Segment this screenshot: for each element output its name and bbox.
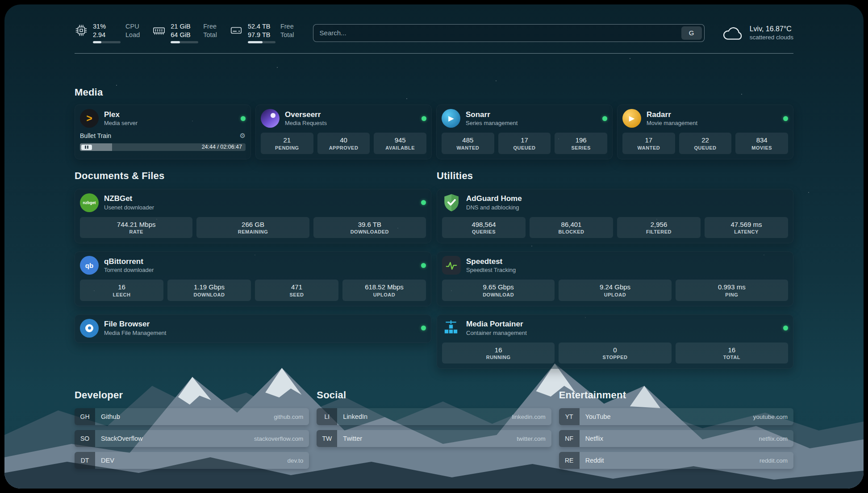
memory-total-label: Total (203, 31, 217, 39)
service-subtitle: Movie management (647, 120, 697, 127)
service-subtitle: Torrent downloader (104, 267, 154, 274)
section-title-media: Media (75, 87, 793, 98)
search-input[interactable] (320, 29, 681, 37)
bookmarks-entertainment: Entertainment YT YouTube youtube.com NF … (559, 389, 793, 469)
sonarr-icon: ▶ (442, 109, 460, 128)
bookmarks-developer: Developer GH Github github.com SO StackO… (75, 389, 309, 469)
bookmark-github[interactable]: GH Github github.com (75, 408, 309, 425)
bookmark-name: YouTube (585, 413, 611, 420)
plex-icon: > (80, 109, 99, 128)
service-name: Plex (104, 110, 138, 119)
adguard-icon (442, 193, 461, 212)
service-subtitle: Usenet downloader (104, 204, 154, 211)
stat-series: 196 SERIES (555, 133, 607, 154)
memory-icon (152, 24, 166, 37)
status-dot (421, 263, 426, 268)
bookmarks-social: Social LI LinkedIn linkedin.com TW Twitt… (317, 389, 551, 469)
cpu-widget: 31% 2.94 CPU Load (75, 22, 140, 43)
section-title-entertainment: Entertainment (559, 389, 793, 401)
playback-time: 24:44 / 02:06:47 (202, 143, 242, 151)
stat-leech: 16 LEECH (80, 280, 163, 301)
section-title-social: Social (317, 389, 551, 401)
bookmark-linkedin[interactable]: LI LinkedIn linkedin.com (317, 408, 551, 425)
bookmark-url: dev.to (288, 457, 304, 464)
cpu-label: CPU (125, 22, 140, 31)
bookmark-abbr: RE (559, 452, 580, 469)
top-bar: 31% 2.94 CPU Load (75, 4, 793, 43)
bookmark-abbr: LI (317, 408, 337, 425)
service-card-adguard[interactable]: AdGuard Home DNS and adblocking 498,564 … (437, 189, 793, 244)
service-card-radarr[interactable]: ▶ Radarr Movie management 17 WANTED 22 Q… (617, 104, 793, 159)
service-card-filebrowser[interactable]: File Browser Media File Management (75, 314, 431, 343)
service-card-portainer[interactable]: Media Portainer Container management 16 … (437, 314, 793, 369)
bookmark-youtube[interactable]: YT YouTube youtube.com (559, 408, 793, 425)
bookmark-dev[interactable]: DT DEV dev.to (75, 452, 309, 469)
cpu-bar-fill (93, 41, 101, 43)
utilities-column: Utilities (437, 170, 793, 369)
service-card-overseerr[interactable]: Overseerr Media Requests 21 PENDING 40 A… (255, 104, 432, 159)
bookmark-netflix[interactable]: NF Netflix netflix.com (559, 430, 793, 447)
search-box[interactable]: G (313, 24, 705, 42)
service-name: qBittorrent (104, 257, 154, 266)
memory-free-label: Free (203, 22, 217, 31)
bookmark-name: Twitter (343, 435, 362, 442)
service-subtitle: Media Requests (285, 120, 327, 127)
memory-total-value: 64 GiB (171, 31, 198, 39)
playback-progress-bar[interactable]: 24:44 / 02:06:47 (80, 143, 246, 151)
documents-column: Documents & Files nzbget NZBGet Usenet d… (75, 170, 431, 343)
status-dot (783, 326, 788, 330)
stat-upload: 9.24 Gbps UPLOAD (559, 280, 671, 301)
service-card-qbittorrent[interactable]: qb qBittorrent Torrent downloader 16 LEE… (75, 251, 431, 306)
qbittorrent-icon: qb (80, 256, 99, 275)
stat-running: 16 RUNNING (442, 343, 555, 364)
service-card-sonarr[interactable]: ▶ Sonarr Series management 485 WANTED 17… (436, 104, 613, 159)
bookmark-url: linkedin.com (512, 414, 546, 420)
disk-bar-fill (248, 41, 263, 43)
stat-pending: 21 PENDING (261, 133, 313, 154)
search-provider-button[interactable]: G (681, 26, 702, 40)
stat-ping: 0.993 ms PING (676, 280, 788, 301)
now-playing-title: Bullet Train (80, 132, 111, 139)
service-name: Speedtest (466, 257, 516, 266)
bookmark-name: Github (101, 413, 120, 420)
speedtest-icon (442, 256, 461, 275)
filebrowser-icon (80, 319, 99, 338)
memory-bar-fill (171, 41, 179, 43)
disk-widget: 52.4 TB 97.9 TB Free Total (230, 22, 294, 43)
cpu-bar (93, 41, 121, 43)
bookmark-abbr: YT (559, 408, 580, 425)
stat-wanted: 17 WANTED (622, 133, 675, 154)
bookmark-abbr: NF (559, 430, 580, 447)
stat-total: 16 TOTAL (676, 343, 788, 364)
bookmark-twitter[interactable]: TW Twitter twitter.com (317, 430, 551, 447)
cpu-percent: 31% (93, 22, 121, 31)
radarr-icon: ▶ (622, 109, 641, 128)
pause-button[interactable] (81, 145, 92, 150)
status-dot (602, 116, 607, 121)
service-card-speedtest[interactable]: Speedtest Speedtest Tracking 9.65 Gbps D… (437, 251, 793, 306)
bookmark-reddit[interactable]: RE Reddit reddit.com (559, 452, 793, 469)
service-subtitle: Container management (466, 330, 527, 337)
bookmark-name: Reddit (585, 457, 604, 464)
status-dot (421, 326, 426, 330)
stat-blocked: 86,401 BLOCKED (530, 217, 613, 238)
bookmark-name: Netflix (585, 435, 603, 442)
service-card-nzbget[interactable]: nzbget NZBGet Usenet downloader 744.21 M… (75, 189, 431, 244)
stat-available: 945 AVAILABLE (374, 133, 426, 154)
bookmark-abbr: SO (75, 430, 95, 447)
section-title-utilities: Utilities (437, 170, 793, 182)
stat-rate: 744.21 Mbps RATE (80, 217, 192, 238)
stat-remaining: 266 GB REMAINING (196, 217, 309, 238)
service-card-plex[interactable]: > Plex Media server Bullet Train ⚙ 24:44… (75, 104, 251, 159)
stat-filtered: 2,956 FILTERED (617, 217, 701, 238)
bookmark-url: netflix.com (759, 435, 788, 442)
service-name: Sonarr (466, 110, 517, 119)
bookmark-stackoverflow[interactable]: SO StackOverflow stackoverflow.com (75, 430, 309, 447)
service-subtitle: Media server (104, 120, 138, 127)
stat-seed: 471 SEED (255, 280, 338, 301)
service-name: Media Portainer (466, 319, 527, 329)
gear-icon[interactable]: ⚙ (240, 132, 246, 140)
stat-download: 1.19 Gbps DOWNLOAD (167, 280, 251, 301)
bookmark-url: github.com (274, 414, 303, 420)
weather-widget: Lviv, 16.87°C scattered clouds (722, 25, 793, 42)
